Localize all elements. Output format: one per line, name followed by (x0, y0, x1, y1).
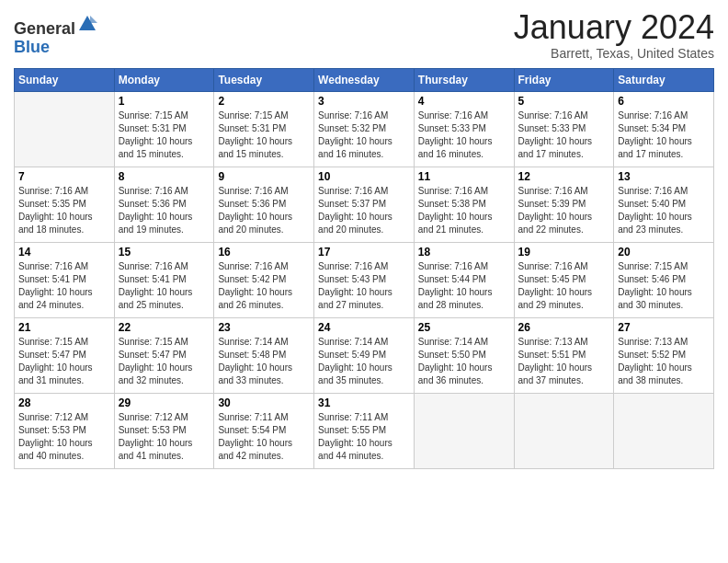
day-info: Sunrise: 7:11 AM Sunset: 5:55 PM Dayligh… (318, 411, 410, 463)
logo-icon (77, 14, 97, 34)
logo: General Blue (14, 14, 97, 57)
calendar-day-cell: 28Sunrise: 7:12 AM Sunset: 5:53 PM Dayli… (15, 393, 115, 468)
day-number: 24 (318, 321, 410, 334)
day-info: Sunrise: 7:16 AM Sunset: 5:45 PM Dayligh… (518, 260, 610, 312)
day-info: Sunrise: 7:16 AM Sunset: 5:43 PM Dayligh… (318, 260, 410, 312)
day-info: Sunrise: 7:16 AM Sunset: 5:35 PM Dayligh… (18, 185, 110, 236)
weekday-header: Sunday (15, 68, 115, 91)
calendar-day-cell: 30Sunrise: 7:11 AM Sunset: 5:54 PM Dayli… (214, 393, 314, 468)
day-info: Sunrise: 7:16 AM Sunset: 5:40 PM Dayligh… (618, 185, 710, 236)
location: Barrett, Texas, United States (514, 46, 714, 61)
calendar-day-cell: 14Sunrise: 7:16 AM Sunset: 5:41 PM Dayli… (15, 242, 115, 317)
day-number: 18 (418, 246, 510, 259)
calendar-day-cell: 24Sunrise: 7:14 AM Sunset: 5:49 PM Dayli… (314, 317, 415, 393)
calendar-day-cell (15, 91, 115, 167)
calendar-day-cell: 10Sunrise: 7:16 AM Sunset: 5:37 PM Dayli… (314, 167, 415, 242)
day-number: 2 (218, 95, 310, 108)
weekday-header: Wednesday (314, 68, 415, 91)
day-number: 17 (318, 246, 410, 259)
calendar-day-cell: 8Sunrise: 7:16 AM Sunset: 5:36 PM Daylig… (114, 167, 214, 242)
day-number: 26 (518, 321, 610, 334)
day-number: 16 (218, 246, 310, 259)
calendar-day-cell: 25Sunrise: 7:14 AM Sunset: 5:50 PM Dayli… (414, 317, 514, 393)
day-number: 15 (119, 246, 210, 259)
calendar-day-cell: 7Sunrise: 7:16 AM Sunset: 5:35 PM Daylig… (15, 167, 115, 242)
calendar-day-cell: 13Sunrise: 7:16 AM Sunset: 5:40 PM Dayli… (614, 167, 714, 242)
day-info: Sunrise: 7:11 AM Sunset: 5:54 PM Dayligh… (218, 411, 310, 463)
calendar-week-row: 1Sunrise: 7:15 AM Sunset: 5:31 PM Daylig… (15, 91, 714, 167)
day-number: 23 (218, 321, 310, 334)
day-number: 4 (418, 95, 510, 108)
weekday-header: Monday (114, 68, 214, 91)
calendar-week-row: 7Sunrise: 7:16 AM Sunset: 5:35 PM Daylig… (15, 167, 714, 242)
day-info: Sunrise: 7:16 AM Sunset: 5:42 PM Dayligh… (218, 260, 310, 312)
calendar-day-cell: 9Sunrise: 7:16 AM Sunset: 5:36 PM Daylig… (214, 167, 314, 242)
day-info: Sunrise: 7:16 AM Sunset: 5:36 PM Dayligh… (119, 185, 210, 236)
weekday-header: Tuesday (214, 68, 314, 91)
day-number: 22 (119, 321, 210, 334)
calendar-day-cell: 5Sunrise: 7:16 AM Sunset: 5:33 PM Daylig… (514, 91, 614, 167)
calendar-day-cell: 1Sunrise: 7:15 AM Sunset: 5:31 PM Daylig… (114, 91, 214, 167)
day-info: Sunrise: 7:15 AM Sunset: 5:46 PM Dayligh… (618, 260, 710, 312)
day-number: 13 (618, 170, 710, 183)
logo-general: General (14, 19, 75, 38)
day-info: Sunrise: 7:13 AM Sunset: 5:51 PM Dayligh… (518, 336, 610, 387)
page-header: General Blue January 2024 Barrett, Texas… (14, 9, 714, 61)
day-number: 8 (119, 170, 210, 183)
day-info: Sunrise: 7:16 AM Sunset: 5:41 PM Dayligh… (119, 260, 210, 312)
calendar-day-cell: 20Sunrise: 7:15 AM Sunset: 5:46 PM Dayli… (614, 242, 714, 317)
day-info: Sunrise: 7:16 AM Sunset: 5:33 PM Dayligh… (418, 109, 510, 161)
calendar-week-row: 14Sunrise: 7:16 AM Sunset: 5:41 PM Dayli… (15, 242, 714, 317)
day-info: Sunrise: 7:13 AM Sunset: 5:52 PM Dayligh… (618, 336, 710, 387)
weekday-header: Saturday (614, 68, 714, 91)
day-number: 30 (218, 396, 310, 409)
day-info: Sunrise: 7:15 AM Sunset: 5:31 PM Dayligh… (119, 109, 210, 161)
weekday-header: Friday (514, 68, 614, 91)
day-info: Sunrise: 7:14 AM Sunset: 5:50 PM Dayligh… (418, 336, 510, 387)
calendar-day-cell: 27Sunrise: 7:13 AM Sunset: 5:52 PM Dayli… (614, 317, 714, 393)
day-info: Sunrise: 7:16 AM Sunset: 5:33 PM Dayligh… (518, 109, 610, 161)
day-info: Sunrise: 7:16 AM Sunset: 5:44 PM Dayligh… (418, 260, 510, 312)
day-number: 1 (119, 95, 210, 108)
calendar-day-cell (414, 393, 514, 468)
day-number: 11 (418, 170, 510, 183)
calendar-day-cell: 11Sunrise: 7:16 AM Sunset: 5:38 PM Dayli… (414, 167, 514, 242)
day-number: 7 (18, 170, 110, 183)
calendar-day-cell: 3Sunrise: 7:16 AM Sunset: 5:32 PM Daylig… (314, 91, 415, 167)
day-info: Sunrise: 7:16 AM Sunset: 5:39 PM Dayligh… (518, 185, 610, 236)
title-block: January 2024 Barrett, Texas, United Stat… (514, 9, 714, 61)
logo-blue: Blue (14, 38, 50, 56)
month-title: January 2024 (514, 9, 714, 46)
calendar-day-cell: 23Sunrise: 7:14 AM Sunset: 5:48 PM Dayli… (214, 317, 314, 393)
calendar-day-cell: 18Sunrise: 7:16 AM Sunset: 5:44 PM Dayli… (414, 242, 514, 317)
day-number: 6 (618, 95, 710, 108)
svg-marker-1 (90, 16, 97, 23)
calendar-day-cell: 19Sunrise: 7:16 AM Sunset: 5:45 PM Dayli… (514, 242, 614, 317)
calendar-day-cell: 26Sunrise: 7:13 AM Sunset: 5:51 PM Dayli… (514, 317, 614, 393)
calendar-day-cell: 31Sunrise: 7:11 AM Sunset: 5:55 PM Dayli… (314, 393, 415, 468)
calendar-week-row: 28Sunrise: 7:12 AM Sunset: 5:53 PM Dayli… (15, 393, 714, 468)
day-number: 10 (318, 170, 410, 183)
day-number: 28 (18, 396, 110, 409)
day-info: Sunrise: 7:14 AM Sunset: 5:49 PM Dayligh… (318, 336, 410, 387)
day-info: Sunrise: 7:12 AM Sunset: 5:53 PM Dayligh… (18, 411, 110, 463)
day-info: Sunrise: 7:16 AM Sunset: 5:36 PM Dayligh… (218, 185, 310, 236)
day-number: 19 (518, 246, 610, 259)
day-info: Sunrise: 7:15 AM Sunset: 5:31 PM Dayligh… (218, 109, 310, 161)
calendar-day-cell: 12Sunrise: 7:16 AM Sunset: 5:39 PM Dayli… (514, 167, 614, 242)
calendar-day-cell (514, 393, 614, 468)
day-info: Sunrise: 7:16 AM Sunset: 5:34 PM Dayligh… (618, 109, 710, 161)
calendar-day-cell: 2Sunrise: 7:15 AM Sunset: 5:31 PM Daylig… (214, 91, 314, 167)
day-number: 9 (218, 170, 310, 183)
day-number: 3 (318, 95, 410, 108)
weekday-header: Thursday (414, 68, 514, 91)
calendar-day-cell: 6Sunrise: 7:16 AM Sunset: 5:34 PM Daylig… (614, 91, 714, 167)
day-info: Sunrise: 7:15 AM Sunset: 5:47 PM Dayligh… (18, 336, 110, 387)
day-info: Sunrise: 7:14 AM Sunset: 5:48 PM Dayligh… (218, 336, 310, 387)
calendar-day-cell: 17Sunrise: 7:16 AM Sunset: 5:43 PM Dayli… (314, 242, 415, 317)
calendar-day-cell: 22Sunrise: 7:15 AM Sunset: 5:47 PM Dayli… (114, 317, 214, 393)
day-number: 29 (119, 396, 210, 409)
calendar-day-cell: 15Sunrise: 7:16 AM Sunset: 5:41 PM Dayli… (114, 242, 214, 317)
calendar-table: SundayMondayTuesdayWednesdayThursdayFrid… (14, 68, 714, 469)
day-number: 27 (618, 321, 710, 334)
